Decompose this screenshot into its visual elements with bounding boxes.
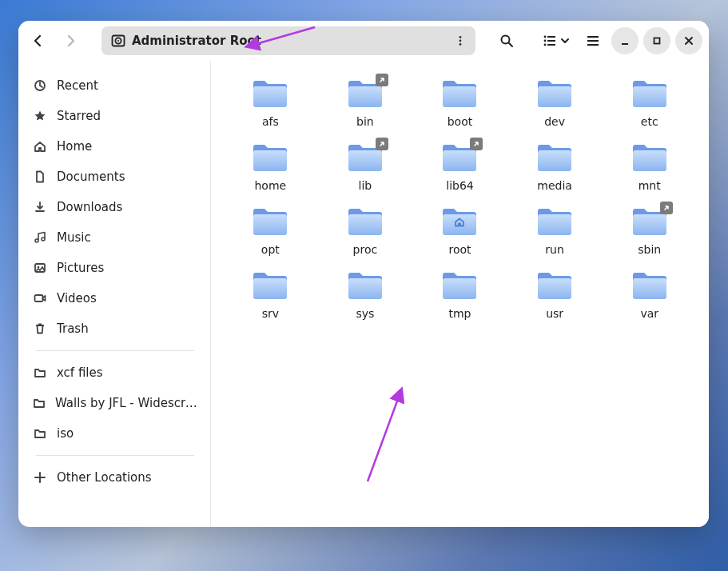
sidebar-item-videos[interactable]: Videos: [25, 283, 205, 313]
folder-item[interactable]: lib64: [416, 139, 503, 194]
sidebar-item-label: Walls by JFL - Widescreen (…: [55, 396, 197, 410]
svg-point-6: [502, 36, 510, 44]
sidebar-item-label: Pictures: [57, 261, 104, 275]
folder-item[interactable]: boot: [416, 75, 503, 130]
folder-label: boot: [448, 115, 473, 128]
folder-item[interactable]: usr: [511, 267, 599, 321]
sidebar-item-downloads[interactable]: Downloads: [25, 192, 205, 222]
view-list-toggle[interactable]: [538, 27, 575, 54]
folder-item[interactable]: media: [511, 139, 599, 194]
folder-item[interactable]: sys: [322, 267, 409, 321]
chevron-down-icon: [560, 36, 570, 46]
maximize-button[interactable]: [643, 27, 670, 54]
main-menu-button[interactable]: [579, 27, 607, 54]
folder-item[interactable]: root: [416, 203, 503, 258]
search-button[interactable]: [493, 27, 520, 54]
nav-forward-button[interactable]: [57, 27, 84, 54]
svg-rect-17: [654, 38, 660, 44]
clock-icon: [33, 78, 47, 93]
folder-label: proc: [353, 243, 378, 256]
folder-label: opt: [261, 243, 280, 256]
folder-icon: [33, 365, 47, 380]
folder-label: lib: [359, 179, 372, 192]
folder-label: etc: [641, 115, 658, 128]
folder-item[interactable]: etc: [606, 75, 693, 130]
folder-icon: [536, 78, 573, 109]
folder-label: sbin: [638, 243, 661, 256]
path-menu-button[interactable]: [450, 30, 471, 51]
admin-disk-icon: [111, 34, 125, 48]
sidebar-item-music[interactable]: Music: [25, 222, 205, 253]
sidebar-item-home[interactable]: Home: [25, 131, 205, 162]
folder-icon: [33, 426, 47, 441]
path-segment[interactable]: Administrator Root: [111, 34, 261, 48]
folder-item[interactable]: opt: [227, 203, 314, 258]
sidebar-item-documents[interactable]: Documents: [25, 162, 205, 192]
folder-item[interactable]: proc: [322, 203, 409, 258]
svg-rect-36: [633, 214, 666, 235]
folder-item[interactable]: var: [606, 267, 693, 321]
sidebar-item-recent[interactable]: Recent: [25, 70, 205, 101]
nav-back-button[interactable]: [25, 27, 52, 54]
sidebar-item-label: xcf files: [57, 365, 103, 380]
svg-rect-8: [547, 36, 555, 38]
maximize-icon: [651, 35, 662, 46]
sidebar-item-label: Downloads: [57, 200, 122, 214]
minimize-button[interactable]: [611, 27, 638, 54]
folder-item[interactable]: bin: [322, 75, 409, 130]
svg-rect-23: [348, 86, 382, 107]
path-bar[interactable]: Administrator Root: [101, 26, 475, 55]
icon-grid: afsbinbootdevetchomeliblib64mediamntoptp…: [211, 61, 709, 336]
svg-rect-12: [547, 44, 555, 46]
content-area: RecentStarredHomeDocumentsDownloadsMusic…: [18, 61, 709, 527]
sidebar-item-label: Videos: [57, 291, 97, 305]
sidebar: RecentStarredHomeDocumentsDownloadsMusic…: [18, 61, 210, 527]
folder-label: afs: [262, 115, 279, 128]
folder-icon: [631, 142, 668, 173]
folder-item[interactable]: afs: [227, 75, 314, 130]
folder-item[interactable]: home: [227, 139, 314, 194]
sidebar-other-locations[interactable]: Other Locations: [25, 462, 205, 493]
folder-item[interactable]: mnt: [606, 139, 693, 194]
sidebar-item-label: Starred: [57, 109, 101, 123]
kebab-icon: [455, 35, 466, 46]
sidebar-item-trash[interactable]: Trash: [25, 313, 205, 344]
svg-rect-24: [443, 86, 476, 107]
chevron-left-icon: [32, 34, 45, 47]
sidebar-separator: [36, 455, 194, 456]
folder-icon: [347, 142, 384, 173]
folder-item[interactable]: dev: [511, 75, 599, 130]
sidebar-bookmark[interactable]: xcf files: [25, 357, 205, 388]
folder-icon: [252, 206, 288, 237]
folder-item[interactable]: sbin: [606, 203, 693, 258]
sidebar-item-starred[interactable]: Starred: [25, 101, 205, 131]
folder-icon: [441, 206, 478, 237]
sidebar-item-pictures[interactable]: Pictures: [25, 253, 205, 283]
svg-rect-32: [253, 214, 287, 235]
sidebar-separator: [36, 350, 194, 351]
folder-icon: [441, 270, 478, 301]
folder-label: root: [448, 243, 471, 256]
headerbar: Administrator Root: [18, 21, 709, 61]
folder-item[interactable]: tmp: [416, 267, 503, 321]
sidebar-item-label: Trash: [57, 321, 89, 336]
svg-rect-29: [443, 150, 476, 171]
svg-point-4: [459, 40, 462, 42]
folder-label: srv: [262, 307, 279, 320]
sidebar-bookmark[interactable]: Walls by JFL - Widescreen (…: [25, 388, 205, 418]
folder-label: media: [537, 179, 572, 192]
folder-item[interactable]: srv: [227, 267, 314, 321]
folder-item[interactable]: run: [511, 203, 599, 258]
svg-point-2: [117, 40, 119, 42]
file-view[interactable]: afsbinbootdevetchomeliblib64mediamntoptp…: [210, 61, 709, 527]
svg-rect-26: [633, 86, 666, 107]
close-button[interactable]: [675, 27, 702, 54]
folder-label: home: [254, 179, 286, 192]
svg-point-11: [544, 44, 547, 46]
svg-rect-27: [253, 150, 287, 171]
trash-icon: [33, 321, 47, 336]
svg-rect-30: [538, 150, 571, 171]
folder-item[interactable]: lib: [322, 139, 409, 194]
sidebar-bookmark[interactable]: iso: [25, 418, 205, 449]
folder-label: dev: [544, 115, 565, 128]
